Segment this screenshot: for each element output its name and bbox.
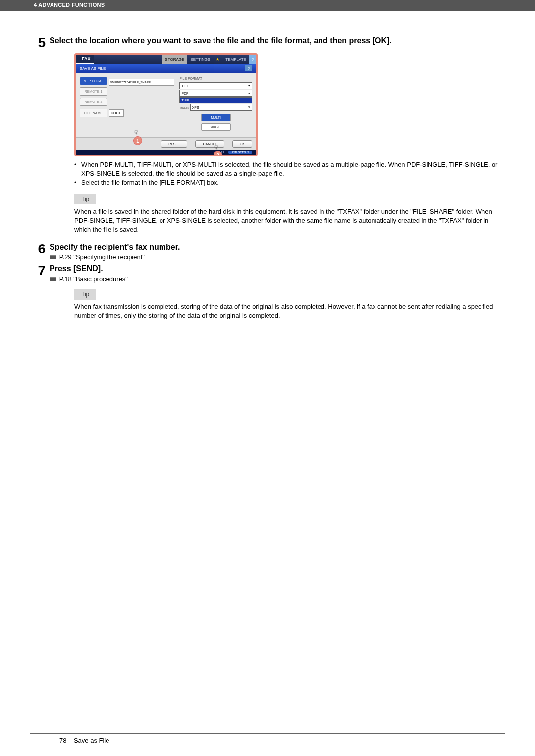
step-title: Specify the recipient's fax number. <box>50 242 505 252</box>
path-display: \\MFP07072547\FILE_SHARE <box>109 79 174 86</box>
chapter-header: 4 ADVANCED FUNCTIONS <box>0 0 535 11</box>
step-6: 6 Specify the recipient's fax number. P.… <box>30 242 505 261</box>
step-ref: P.18 "Basic procedures" <box>50 275 505 283</box>
step-ref: P.29 "Specifying the recipient" <box>50 253 505 261</box>
single-button[interactable]: SINGLE <box>201 123 231 131</box>
tip-box-1: Tip When a file is saved in the shared f… <box>74 194 505 235</box>
tab-template[interactable]: TEMPLATE <box>222 55 249 64</box>
step-title: Press [SEND]. <box>50 264 505 274</box>
filename-label: FILE NAME <box>80 109 107 117</box>
tip-box-2: Tip When fax transmission is completed, … <box>74 289 505 320</box>
tip-text: When a file is saved in the shared folde… <box>74 207 505 235</box>
ok-button[interactable]: OK <box>232 140 252 148</box>
callout-1: 1 <box>133 136 142 145</box>
remote2-button[interactable]: REMOTE 2 <box>80 98 107 106</box>
ff-option-pdf[interactable]: PDF▴ <box>179 90 252 97</box>
sub-help-icon[interactable]: ? <box>245 65 252 71</box>
multi-button[interactable]: MULTI <box>201 114 231 121</box>
chapter-title: 4 ADVANCED FUNCTIONS <box>34 2 105 8</box>
hand-icon: ☟ <box>240 152 249 156</box>
filename-input[interactable]: DOC1 <box>109 109 124 117</box>
panel-status-bar: 15:21 JOB STATUS <box>76 150 256 155</box>
tab-storage[interactable]: STORAGE <box>162 55 187 64</box>
step-number: 5 <box>30 36 46 50</box>
bullet-item: When PDF-MULTI, TIFF-MULTI, or XPS-MULTI… <box>74 160 505 178</box>
page-number: 78 <box>59 737 66 744</box>
star-icon: ★ <box>213 55 222 64</box>
panel-main: MFP LOCAL \\MFP07072547\FILE_SHARE REMOT… <box>76 73 256 137</box>
reset-button[interactable]: RESET <box>161 140 187 148</box>
step-number: 7 <box>30 264 46 283</box>
tip-label: Tip <box>74 194 96 204</box>
file-format-label: FILE FORMAT <box>179 77 252 80</box>
callout-2: 2 <box>214 151 222 156</box>
panel-footer: RESET CANCEL OK <box>76 137 256 150</box>
bullet-item: Select the file format in the [FILE FORM… <box>74 178 505 187</box>
main-content: 5 Select the location where you want to … <box>0 11 535 333</box>
step-7: 7 Press [SEND]. P.18 "Basic procedures" <box>30 264 505 283</box>
step-5: 5 Select the location where you want to … <box>30 36 505 50</box>
panel-tabs: FAX STORAGE SETTINGS ★ TEMPLATE ? <box>76 55 256 64</box>
mfp-local-button[interactable]: MFP LOCAL <box>80 77 107 85</box>
step-title: Select the location where you want to sa… <box>50 36 505 46</box>
multi-note: MULTI/ <box>179 106 189 109</box>
help-icon[interactable]: ? <box>249 55 256 64</box>
page-footer: 78 Save as File <box>30 733 505 744</box>
book-icon <box>50 255 56 260</box>
bullet-list: When PDF-MULTI, TIFF-MULTI, or XPS-MULTI… <box>74 160 505 188</box>
step-number: 6 <box>30 242 46 261</box>
screenshot-panel: FAX STORAGE SETTINGS ★ TEMPLATE ? SAVE A… <box>74 53 258 156</box>
device-panel: FAX STORAGE SETTINGS ★ TEMPLATE ? SAVE A… <box>74 53 258 156</box>
tab-settings[interactable]: SETTINGS <box>187 55 213 64</box>
tip-label: Tip <box>74 289 96 300</box>
panel-subheader: SAVE AS FILE ? <box>76 64 256 73</box>
tab-fax[interactable]: FAX <box>76 55 94 64</box>
ff-option-tiff[interactable]: TIFF▾ <box>179 82 252 89</box>
remote1-button[interactable]: REMOTE 1 <box>80 87 107 96</box>
ff-option-xps[interactable]: XPS▾ <box>190 104 252 111</box>
book-icon <box>50 277 56 282</box>
ff-option-tiff2[interactable]: TIFF <box>179 97 252 103</box>
footer-section: Save as File <box>74 737 109 744</box>
tip-text: When fax transmission is completed, stor… <box>74 302 505 320</box>
sub-title: SAVE AS FILE <box>80 66 106 71</box>
